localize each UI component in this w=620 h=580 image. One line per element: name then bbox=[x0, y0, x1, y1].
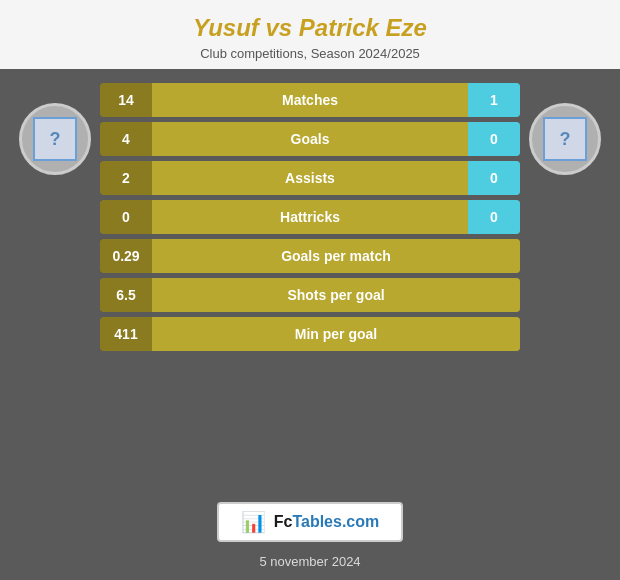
left-avatar-circle: ? bbox=[19, 103, 91, 175]
stat-label: Min per goal bbox=[152, 317, 520, 351]
right-avatar-placeholder: ? bbox=[543, 117, 587, 161]
brand-text: FcTables.com bbox=[274, 513, 380, 531]
main-content: ? 14 Matches 1 4 Goals 0 2 Assists 0 0 H… bbox=[0, 69, 620, 496]
stat-left-val: 6.5 bbox=[100, 278, 152, 312]
stat-right-val: 1 bbox=[468, 83, 520, 117]
stats-table: 14 Matches 1 4 Goals 0 2 Assists 0 0 Hat… bbox=[100, 83, 520, 351]
stat-label: Hattricks bbox=[152, 200, 468, 234]
stat-label: Matches bbox=[152, 83, 468, 117]
left-player-avatar: ? bbox=[10, 103, 100, 175]
stat-row: 14 Matches 1 bbox=[100, 83, 520, 117]
stat-left-val: 2 bbox=[100, 161, 152, 195]
stat-left-val: 4 bbox=[100, 122, 152, 156]
brand-box: 📊 FcTables.com bbox=[217, 502, 404, 542]
stat-left-val: 0 bbox=[100, 200, 152, 234]
footer-area: 5 november 2024 bbox=[0, 546, 620, 580]
stat-row: 2 Assists 0 bbox=[100, 161, 520, 195]
stat-row-single: 6.5 Shots per goal bbox=[100, 278, 520, 312]
footer-date: 5 november 2024 bbox=[259, 554, 360, 569]
stat-label: Goals bbox=[152, 122, 468, 156]
page-wrapper: Yusuf vs Patrick Eze Club competitions, … bbox=[0, 0, 620, 580]
right-avatar-circle: ? bbox=[529, 103, 601, 175]
stat-left-val: 0.29 bbox=[100, 239, 152, 273]
stat-row: 0 Hattricks 0 bbox=[100, 200, 520, 234]
branding-area: 📊 FcTables.com bbox=[0, 496, 620, 546]
stat-left-val: 411 bbox=[100, 317, 152, 351]
stat-label: Goals per match bbox=[152, 239, 520, 273]
page-title: Yusuf vs Patrick Eze bbox=[10, 14, 610, 42]
subtitle: Club competitions, Season 2024/2025 bbox=[10, 46, 610, 61]
left-avatar-placeholder: ? bbox=[33, 117, 77, 161]
stat-label: Assists bbox=[152, 161, 468, 195]
stat-row: 4 Goals 0 bbox=[100, 122, 520, 156]
stat-left-val: 14 bbox=[100, 83, 152, 117]
stat-right-val: 0 bbox=[468, 161, 520, 195]
stat-label: Shots per goal bbox=[152, 278, 520, 312]
stat-row-single: 0.29 Goals per match bbox=[100, 239, 520, 273]
stat-right-val: 0 bbox=[468, 122, 520, 156]
header: Yusuf vs Patrick Eze Club competitions, … bbox=[0, 0, 620, 69]
brand-icon: 📊 bbox=[241, 510, 266, 534]
stat-right-val: 0 bbox=[468, 200, 520, 234]
stat-row-single: 411 Min per goal bbox=[100, 317, 520, 351]
right-player-avatar: ? bbox=[520, 103, 610, 175]
